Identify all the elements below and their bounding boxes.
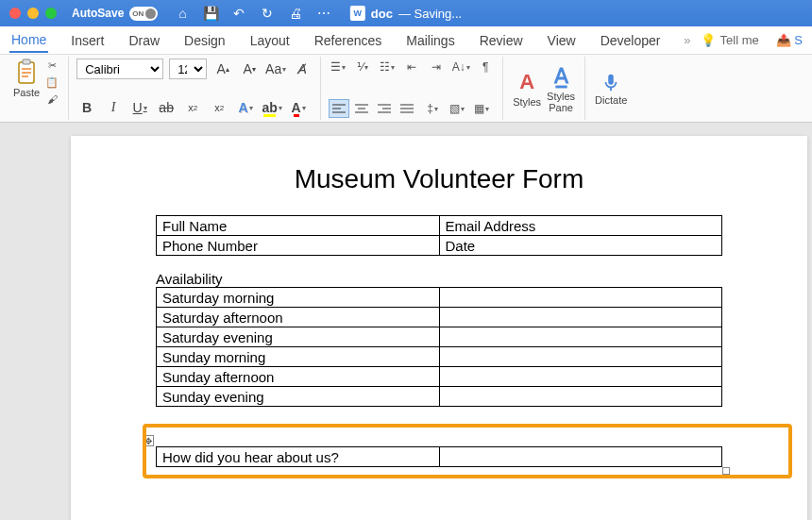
borders-icon[interactable]: ▦ [472,100,491,117]
tell-me-label: Tell me [720,33,759,47]
clipboard-group: Paste ✂ 📋 🖌 [6,57,69,120]
contact-table[interactable]: Full Name Email Address Phone Number Dat… [156,215,722,256]
sort-icon[interactable]: A↓ [451,59,470,75]
tab-references[interactable]: References [313,29,384,52]
svg-rect-2 [22,68,31,70]
svg-rect-1 [23,59,30,64]
font-name-select[interactable]: Calibri [76,59,163,79]
cell-date[interactable]: Date [439,236,722,256]
tabs-overflow-icon[interactable]: » [684,33,690,47]
align-center-icon[interactable] [351,99,372,118]
tab-mailings[interactable]: Mailings [404,29,456,52]
autosave-toggle[interactable]: ON [129,7,158,21]
cut-icon[interactable]: ✂ [43,59,60,72]
availability-table[interactable]: Saturday morning Saturday afternoon Satu… [156,287,722,407]
cell-sat-afternoon[interactable]: Saturday afternoon [157,308,440,327]
highlight-button[interactable]: ab [262,97,282,118]
cell-email[interactable]: Email Address [439,216,722,236]
dictate-group: Dictate [585,57,636,120]
redo-icon[interactable]: ↻ [260,6,275,21]
tab-draw[interactable]: Draw [127,29,161,52]
quick-access-toolbar: ⌂ 💾 ↶ ↻ 🖨 ⋯ [175,6,331,21]
cell-question[interactable]: How did you hear about us? [157,447,440,467]
bold-button[interactable]: B [76,97,97,118]
save-icon[interactable]: 💾 [203,6,218,21]
doc-name: doc [371,7,393,21]
document-area: Museum Volunteer Form Full Name Email Ad… [0,123,812,520]
cell-empty[interactable] [439,308,722,327]
minimize-window[interactable] [27,8,39,19]
table-row[interactable]: How did you hear about us? [157,447,722,467]
indent-decrease-icon[interactable]: ⇤ [402,59,421,75]
table-row: Saturday afternoon [157,308,722,327]
dictate-button[interactable]: Dictate [595,72,627,106]
bullets-icon[interactable]: ☰ [329,59,347,75]
tab-review[interactable]: Review [478,29,525,52]
align-left-icon[interactable] [329,99,349,118]
close-window[interactable] [9,8,21,19]
font-color-button[interactable]: A [288,97,309,118]
print-icon[interactable]: 🖨 [288,6,303,21]
table-move-handle[interactable]: ✥ [143,435,154,446]
align-justify-icon[interactable] [397,99,417,118]
pilcrow-icon[interactable]: ¶ [476,59,495,75]
document-heading[interactable]: Museum Volunteer Form [156,164,722,194]
subscript-button[interactable]: x2 [182,97,203,118]
share-button[interactable]: 📤 S [776,33,803,47]
text-effects-icon[interactable]: A [235,97,256,118]
tab-layout[interactable]: Layout [248,29,292,52]
cell-phone[interactable]: Phone Number [157,236,440,256]
cell-sat-morning[interactable]: Saturday morning [157,288,440,308]
tell-me[interactable]: 💡 Tell me [701,33,759,47]
change-case-icon[interactable]: Aa [265,59,286,79]
cell-sun-afternoon[interactable]: Sunday afternoon [157,367,440,387]
copy-icon[interactable]: 📋 [43,75,60,89]
home-icon[interactable]: ⌂ [175,6,190,21]
table-row[interactable]: Full Name Email Address [157,216,722,236]
maximize-window[interactable] [45,8,57,19]
tab-insert[interactable]: Insert [69,29,106,52]
grow-font-icon[interactable]: A▴ [212,59,233,79]
underline-button[interactable]: U [129,97,150,118]
shading-icon[interactable]: ▧ [448,100,466,117]
numbering-icon[interactable]: ⅟ [353,59,372,75]
format-painter-icon[interactable]: 🖌 [43,92,60,106]
availability-label[interactable]: Availability [156,271,722,287]
clear-format-icon[interactable]: A̸ [292,59,313,79]
word-icon: W [350,6,365,21]
cell-sat-evening[interactable]: Saturday evening [157,327,440,347]
table-row[interactable]: Phone Number Date [157,236,722,256]
cell-empty[interactable] [439,327,722,347]
align-right-icon[interactable] [374,99,395,118]
cell-empty[interactable] [439,387,722,407]
cell-sun-morning[interactable]: Sunday morning [157,347,440,367]
page[interactable]: Museum Volunteer Form Full Name Email Ad… [71,136,807,520]
cell-sun-evening[interactable]: Sunday evening [157,387,440,407]
multilevel-icon[interactable]: ☷ [378,59,397,75]
undo-icon[interactable]: ↶ [231,6,246,21]
font-size-select[interactable]: 12 [169,59,207,79]
styles-pane-label: Styles Pane [547,91,575,113]
cell-empty[interactable] [439,288,722,308]
line-spacing-icon[interactable]: ‡ [423,100,442,117]
indent-increase-icon[interactable]: ⇥ [427,59,446,75]
paste-button[interactable]: Paste [13,59,40,98]
question-table[interactable]: How did you hear about us? [156,446,722,467]
shrink-font-icon[interactable]: A▾ [239,59,260,79]
more-icon[interactable]: ⋯ [316,6,331,21]
tab-home[interactable]: Home [9,28,48,53]
tab-view[interactable]: View [546,29,578,52]
styles-button[interactable]: A Styles [513,70,541,108]
italic-button[interactable]: I [103,97,124,118]
tab-design[interactable]: Design [182,29,228,52]
cell-empty[interactable] [439,367,722,387]
cell-full-name[interactable]: Full Name [157,216,440,236]
styles-pane-button[interactable]: A̲ Styles Pane [547,64,575,113]
tab-developer[interactable]: Developer [599,29,663,52]
cell-empty[interactable] [439,347,722,367]
strikethrough-button[interactable]: ab [156,97,177,118]
ribbon: Paste ✂ 📋 🖌 Calibri 12 A▴ A▾ Aa A̸ B I U… [0,55,812,123]
cell-answer[interactable] [439,447,722,467]
table-resize-handle[interactable] [722,467,730,475]
superscript-button[interactable]: x2 [209,97,229,118]
